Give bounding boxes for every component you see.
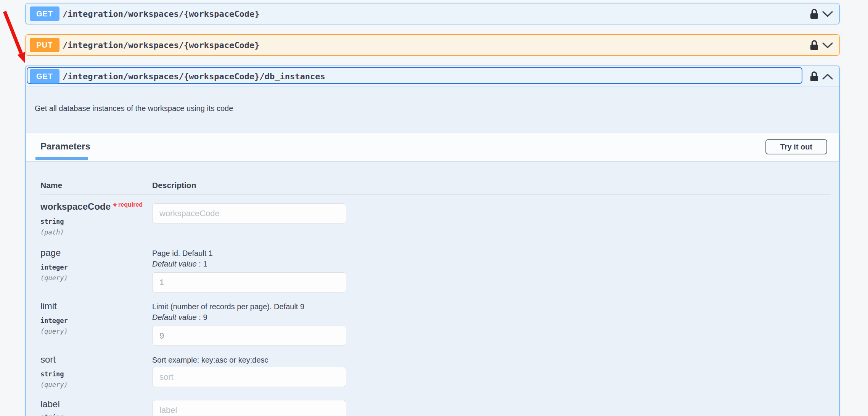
param-input-label[interactable]: [152, 400, 346, 416]
param-type: integer: [40, 317, 68, 324]
chevron-down-icon[interactable]: [822, 42, 833, 48]
tab-parameters[interactable]: Parameters: [40, 141, 90, 152]
endpoint-path: /integration/workspaces/{workspaceCode}: [63, 3, 260, 24]
parameters-tabbar: Parameters Try it out: [26, 133, 839, 161]
param-input-page[interactable]: [152, 272, 346, 292]
param-type: string: [40, 413, 64, 416]
required-star: *: [113, 201, 117, 212]
endpoint-put-workspace: PUT /integration/workspaces/{workspaceCo…: [25, 34, 840, 56]
endpoint-summary[interactable]: PUT /integration/workspaces/{workspaceCo…: [26, 35, 839, 55]
param-name-limit: limit: [40, 301, 57, 312]
endpoint-get-workspace: GET /integration/workspaces/{workspaceCo…: [25, 3, 840, 24]
param-location: (query): [40, 381, 68, 389]
param-input-limit[interactable]: [152, 326, 346, 346]
param-name-page: page: [40, 247, 61, 258]
param-description: Limit (number of records per page). Defa…: [152, 302, 304, 311]
required-label: required: [118, 201, 143, 208]
param-location: (path): [40, 228, 64, 236]
active-tab-underline: [35, 157, 88, 160]
lock-icon[interactable]: [810, 40, 818, 50]
endpoint-path: /integration/workspaces/{workspaceCode}: [63, 35, 260, 55]
param-default: Default value : 1: [152, 260, 207, 268]
param-name-sort: sort: [40, 354, 56, 365]
chevron-down-icon[interactable]: [822, 11, 833, 17]
endpoint-summary[interactable]: GET /integration/workspaces/{workspaceCo…: [26, 3, 839, 24]
param-type: integer: [40, 263, 68, 271]
param-name-workspaceCode: workspaceCode *required: [40, 201, 143, 212]
column-header-description: Description: [152, 181, 196, 190]
endpoint-summary[interactable]: GET /integration/workspaces/{workspaceCo…: [26, 66, 839, 87]
endpoint-get-db-instances: GET /integration/workspaces/{workspaceCo…: [25, 66, 840, 416]
param-default: Default value : 9: [152, 313, 207, 322]
chevron-up-icon[interactable]: [822, 74, 833, 80]
param-name-label: label: [40, 399, 60, 410]
param-description: Page id. Default 1: [152, 249, 213, 258]
lock-icon[interactable]: [810, 9, 818, 19]
endpoint-description: Get all database instances of the worksp…: [35, 104, 233, 113]
param-type: string: [40, 370, 64, 378]
param-description: Sort example: key:asc or key:desc: [152, 356, 268, 365]
param-type: string: [40, 218, 64, 225]
http-method-badge: PUT: [30, 38, 59, 52]
param-location: (query): [40, 328, 68, 335]
http-method-badge: GET: [30, 69, 59, 84]
table-header-divider: [40, 194, 831, 194]
param-location: (query): [40, 274, 68, 282]
swagger-ui-page: GET /integration/workspaces/{workspaceCo…: [0, 0, 868, 416]
try-it-out-button[interactable]: Try it out: [765, 139, 827, 154]
param-input-sort[interactable]: [152, 367, 346, 387]
endpoint-path: /integration/workspaces/{workspaceCode}/…: [63, 66, 325, 87]
http-method-badge: GET: [30, 6, 59, 21]
param-input-workspaceCode[interactable]: [152, 203, 346, 223]
lock-icon[interactable]: [810, 71, 818, 82]
column-header-name: Name: [40, 181, 62, 190]
